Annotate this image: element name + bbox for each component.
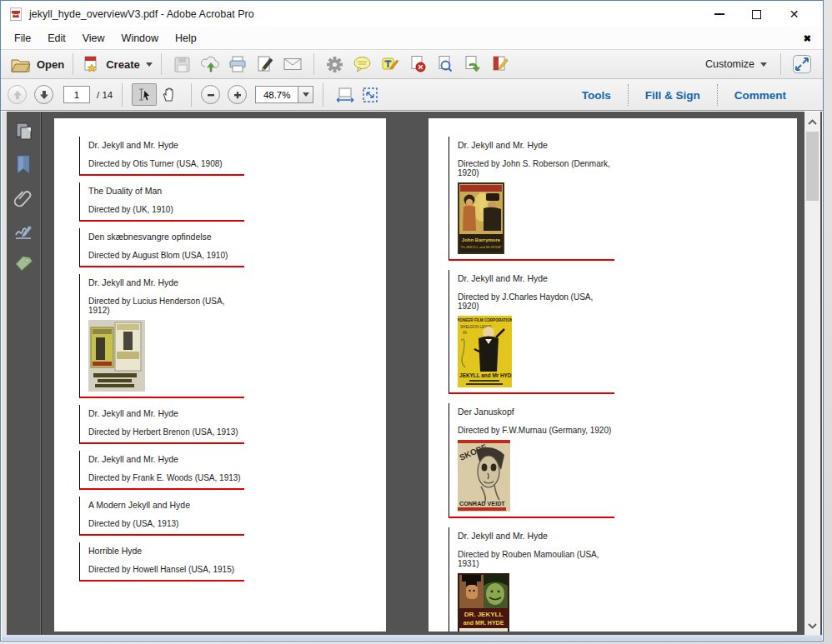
movie-director: Directed by Lucius Henderson (USA, 1912) <box>88 297 244 315</box>
scroll-up-button[interactable] <box>804 115 820 129</box>
save-button[interactable] <box>170 52 195 76</box>
zoom-out-button[interactable] <box>201 85 220 104</box>
svg-text:"Dr.JEKYLL and Mr.HYDE": "Dr.JEKYLL and Mr.HYDE" <box>460 245 503 249</box>
chevron-down-icon <box>146 62 153 67</box>
next-page-button[interactable] <box>34 85 53 104</box>
maximize-button[interactable] <box>738 1 775 27</box>
gear-icon <box>326 56 343 73</box>
zoom-dropdown-button[interactable] <box>298 86 313 103</box>
page-thumbnails-button[interactable] <box>11 120 36 143</box>
open-button[interactable]: Open <box>11 52 64 76</box>
toolbar-separator <box>73 53 73 75</box>
share-upload-button[interactable] <box>198 52 223 76</box>
bookmarks-button[interactable] <box>11 153 36 177</box>
email-button[interactable] <box>280 52 305 76</box>
attachments-button[interactable] <box>11 187 36 210</box>
movie-director: Directed by Howell Hansel (USA, 1915) <box>88 565 244 574</box>
open-folder-icon <box>11 57 31 72</box>
pane-divider[interactable] <box>41 112 42 637</box>
cloud-upload-icon <box>200 56 220 73</box>
menu-file[interactable]: File <box>14 32 31 44</box>
svg-text:DR. JEKYLL: DR. JEKYLL <box>464 611 504 618</box>
page-export-icon <box>464 55 482 73</box>
page-number-input[interactable] <box>63 86 90 103</box>
plus-icon <box>233 90 243 100</box>
movie-director: Directed by Rouben Mamoulian (USA, 1931) <box>458 550 614 568</box>
movie-title: Dr. Jekyll and Mr. Hyde <box>458 273 614 283</box>
page-preview-button[interactable] <box>433 52 458 76</box>
fullscreen-icon <box>792 54 812 74</box>
highlight-text-icon <box>381 55 399 73</box>
comment-button[interactable]: Comment <box>718 89 803 102</box>
tags-button[interactable] <box>11 253 36 277</box>
sign-document-button[interactable] <box>253 52 278 76</box>
speech-bubble-icon <box>353 56 372 72</box>
fit-page-button[interactable] <box>358 83 383 106</box>
bookmarks-icon <box>13 154 34 176</box>
menu-edit[interactable]: Edit <box>48 32 66 44</box>
comment-bubble-button[interactable] <box>350 52 375 76</box>
paperclip-icon <box>13 187 34 209</box>
page-delete-icon <box>408 55 427 73</box>
movie-title: Dr. Jekyll and Mr. Hyde <box>88 454 244 464</box>
pdf-page-1: Dr. Jekyll and Mr. Hyde Directed by Otis… <box>54 118 386 632</box>
settings-button[interactable] <box>323 52 348 76</box>
page-count-label: / 14 <box>97 90 113 100</box>
movie-director: Directed by (UK, 1910) <box>88 205 244 214</box>
fit-width-button[interactable] <box>333 83 358 106</box>
svg-text:IN: IN <box>463 331 467 335</box>
customize-button[interactable]: Customize <box>705 52 767 76</box>
menubar-close-icon[interactable]: ✖ <box>804 33 811 44</box>
toolbar-separator <box>191 83 192 107</box>
movie-poster-haydon-1920: PIONEER FILM CORPORATION SHELDON LEWIS I… <box>458 316 512 387</box>
movie-title: The Duality of Man <box>88 186 244 196</box>
movie-director: Directed by F.W.Murnau (Germany, 1920) <box>458 426 614 435</box>
movie-entry: Dr. Jekyll and Mr. Hyde Directed by Otis… <box>79 137 244 176</box>
fullscreen-button[interactable] <box>789 52 814 76</box>
previous-page-button[interactable] <box>8 85 27 104</box>
zoom-level-input[interactable] <box>255 86 298 103</box>
scroll-down-button[interactable] <box>804 619 820 633</box>
toolbar-separator <box>161 53 162 75</box>
forms-edit-button[interactable] <box>488 52 513 76</box>
movie-entry: Horrible Hyde Directed by Howell Hansel … <box>79 542 244 582</box>
movie-director: Directed by (USA, 1913) <box>88 519 244 528</box>
print-button[interactable] <box>225 52 250 76</box>
fit-width-icon <box>336 87 354 103</box>
movie-entry: Dr. Jekyll and Mr. Hyde Directed by Luci… <box>79 274 244 398</box>
movie-poster-januskopf-1920: SKOPF CONRAD VEIDT <box>458 440 510 512</box>
movie-title: Horrible Hyde <box>88 546 244 556</box>
fit-page-icon <box>361 87 379 103</box>
menu-window[interactable]: Window <box>122 32 158 44</box>
highlight-text-button[interactable] <box>378 52 403 76</box>
fill-sign-button[interactable]: Fill & Sign <box>629 89 717 102</box>
maximize-icon <box>752 10 761 19</box>
arrow-up-icon <box>13 90 23 100</box>
select-tool-button[interactable] <box>132 83 157 106</box>
zoom-in-button[interactable] <box>228 85 247 104</box>
toolbar-separator <box>780 53 781 75</box>
hand-tool-button[interactable] <box>157 83 182 106</box>
tools-button[interactable]: Tools <box>565 89 628 102</box>
scrollbar-thumb[interactable] <box>806 132 819 201</box>
movie-entry: Dr. Jekyll and Mr. Hyde Directed by Herb… <box>79 405 244 444</box>
minimize-button[interactable] <box>700 1 738 27</box>
movie-director: Directed by J.Charles Haydon (USA, 1920) <box>458 292 614 311</box>
arrow-down-icon <box>39 90 49 100</box>
menu-view[interactable]: View <box>83 32 105 44</box>
movie-director: Directed by Frank E. Woods (USA, 1913) <box>88 473 244 482</box>
movie-entry: Dr. Jekyll and Mr. Hyde Directed by John… <box>449 137 614 261</box>
page-thumbnails-icon <box>13 121 34 142</box>
create-button[interactable]: Create <box>82 52 152 76</box>
signatures-button[interactable] <box>11 220 36 243</box>
delete-page-button[interactable] <box>405 52 430 76</box>
vertical-scrollbar[interactable] <box>804 112 820 637</box>
menu-help[interactable]: Help <box>175 32 197 44</box>
export-page-button[interactable] <box>460 52 485 76</box>
menu-bar: File Edit View Window Help ✖ <box>1 27 823 49</box>
movie-entry: Dr. Jekyll and Mr. Hyde Directed by Roub… <box>449 527 614 632</box>
close-button[interactable]: ✕ <box>775 1 813 27</box>
pdf-page-2: Dr. Jekyll and Mr. Hyde Directed by John… <box>429 118 797 632</box>
hand-icon <box>161 87 178 103</box>
pdf-app-icon <box>9 7 23 21</box>
